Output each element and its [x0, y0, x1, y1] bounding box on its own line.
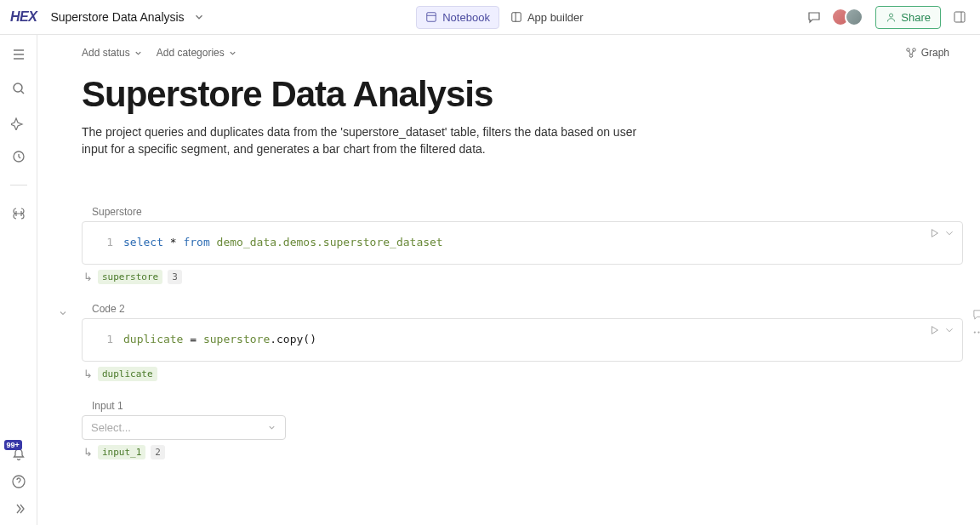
output-variable: input_1 — [98, 445, 145, 459]
collapse-icon[interactable] — [11, 501, 26, 516]
cell-body[interactable]: 1 duplicate = superstore.copy() — [82, 318, 963, 362]
svg-point-4 — [890, 14, 893, 17]
chevron-down-icon — [943, 324, 955, 336]
more-icon[interactable] — [972, 326, 980, 339]
tab-notebook[interactable]: Notebook — [416, 6, 499, 29]
svg-rect-2 — [512, 13, 521, 22]
topbar: HEX Superstore Data Analysis Notebook Ap… — [0, 0, 980, 35]
panel-toggle-icon[interactable] — [949, 7, 970, 27]
chevron-down-icon — [267, 423, 276, 432]
run-button[interactable] — [928, 227, 955, 239]
comment-icon[interactable] — [972, 308, 980, 321]
share-button[interactable]: Share — [875, 6, 941, 29]
chevron-down-icon — [134, 49, 143, 58]
comment-icon[interactable] — [804, 7, 824, 27]
code-content[interactable]: select * from demo_data.demos.superstore… — [123, 236, 443, 248]
graph-icon — [905, 47, 917, 59]
page-title[interactable]: Superstore Data Analysis — [82, 74, 963, 115]
svg-line-8 — [21, 91, 24, 94]
history-icon[interactable] — [11, 149, 26, 164]
collapse-toggle[interactable] — [58, 308, 68, 321]
line-number: 1 — [93, 333, 113, 345]
select-input[interactable]: Select... — [82, 415, 286, 440]
chevron-down-icon[interactable] — [193, 11, 205, 23]
cell-label[interactable]: Superstore — [92, 206, 963, 218]
svg-point-15 — [977, 331, 979, 333]
svg-point-7 — [14, 83, 22, 92]
sidebar: 99+ — [0, 35, 37, 525]
add-categories[interactable]: Add categories — [157, 47, 237, 59]
svg-rect-5 — [954, 12, 965, 22]
project-title[interactable]: Superstore Data Analysis — [50, 10, 184, 24]
command-icon[interactable] — [11, 206, 26, 221]
play-icon — [928, 227, 940, 239]
cell-code: Code 2 1 duplicate = superstore.copy() ↳ — [82, 303, 963, 381]
code-content[interactable]: duplicate = superstore.copy() — [123, 333, 316, 345]
help-icon[interactable] — [11, 474, 26, 489]
cell-body[interactable]: 1 select * from demo_data.demos.supersto… — [82, 221, 963, 265]
logo[interactable]: HEX — [10, 9, 37, 25]
graph-button[interactable]: Graph — [905, 47, 949, 59]
play-icon — [928, 324, 940, 336]
run-button[interactable] — [928, 324, 955, 336]
tab-app-builder[interactable]: App builder — [501, 6, 593, 29]
output-arrow-icon: ↳ — [83, 271, 93, 283]
page-description[interactable]: The project queries and duplicates data … — [82, 123, 660, 158]
cell-label[interactable]: Code 2 — [92, 303, 963, 315]
output-variable: superstore — [98, 270, 162, 284]
cell-output[interactable]: ↳ input_1 2 — [83, 445, 963, 459]
chevron-down-icon — [58, 308, 68, 318]
cell-input: Input 1 Select... ↳ input_1 2 — [82, 400, 963, 459]
magic-icon[interactable] — [11, 115, 26, 130]
svg-rect-0 — [427, 13, 436, 22]
output-variable: duplicate — [98, 367, 157, 381]
layout-icon — [425, 11, 437, 23]
outline-icon[interactable] — [11, 47, 26, 62]
presence-avatars[interactable] — [836, 8, 863, 26]
view-switcher: Notebook App builder — [416, 6, 592, 29]
output-count: 3 — [168, 270, 182, 284]
output-count: 2 — [151, 445, 165, 459]
svg-point-14 — [974, 331, 976, 333]
search-icon[interactable] — [11, 81, 26, 96]
chevron-down-icon — [943, 227, 955, 239]
cell-output[interactable]: ↳ duplicate — [83, 367, 963, 381]
cell-sql: Superstore 1 select * from demo_data.dem… — [82, 206, 963, 284]
content-area: Add status Add categories Graph Supersto… — [37, 35, 980, 525]
output-arrow-icon: ↳ — [83, 368, 93, 380]
notifications-icon[interactable]: 99+ — [11, 447, 26, 462]
svg-point-13 — [909, 54, 913, 58]
line-number: 1 — [93, 236, 113, 248]
panels-icon — [510, 11, 522, 23]
cell-label[interactable]: Input 1 — [92, 400, 963, 412]
chevron-down-icon — [228, 49, 237, 58]
cell-output[interactable]: ↳ superstore 3 — [83, 270, 963, 284]
user-icon — [886, 12, 897, 23]
output-arrow-icon: ↳ — [83, 446, 93, 459]
avatar — [845, 8, 863, 26]
add-status[interactable]: Add status — [82, 47, 143, 59]
